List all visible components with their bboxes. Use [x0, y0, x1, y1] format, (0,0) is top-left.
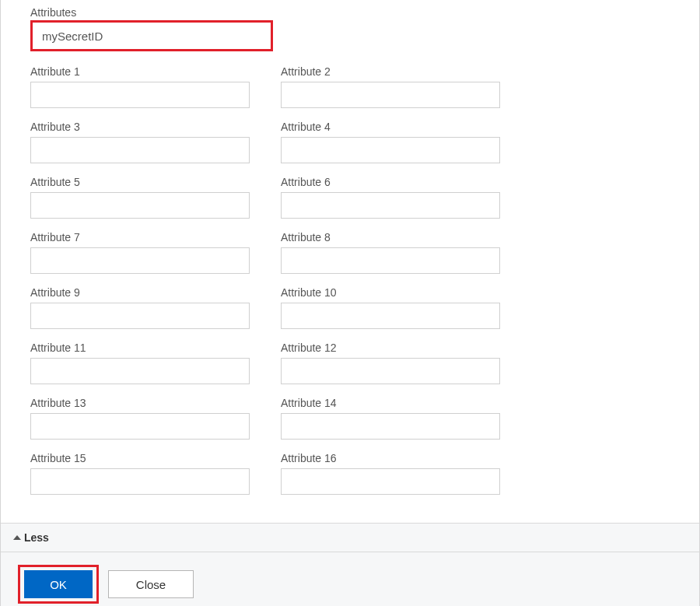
attribute-field: Attribute 3 [30, 121, 250, 163]
attribute-input[interactable] [281, 303, 500, 329]
attribute-field: Attribute 1 [30, 65, 250, 108]
attribute-row: Attribute 7Attribute 8 [30, 231, 670, 274]
attributes-body: Attributes Attribute 1Attribute 2Attribu… [1, 0, 699, 523]
attribute-row: Attribute 13Attribute 14 [30, 397, 670, 440]
attribute-row: Attribute 9Attribute 10 [30, 286, 670, 329]
attribute-label: Attribute 4 [281, 121, 500, 133]
attribute-input[interactable] [281, 247, 500, 274]
attribute-label: Attribute 11 [30, 342, 250, 354]
attribute-input[interactable] [30, 413, 250, 440]
caret-up-icon [13, 535, 21, 540]
attribute-row: Attribute 5Attribute 6 [30, 176, 670, 219]
attribute-input[interactable] [30, 247, 250, 274]
attribute-label: Attribute 10 [281, 286, 500, 299]
attribute-label: Attribute 1 [30, 65, 250, 78]
attribute-input[interactable] [281, 82, 500, 108]
attribute-row: Attribute 15Attribute 16 [30, 452, 670, 495]
attribute-input[interactable] [281, 468, 500, 495]
attribute-input[interactable] [30, 358, 250, 384]
close-button[interactable]: Close [108, 570, 194, 598]
attribute-field: Attribute 12 [281, 342, 500, 384]
attribute-input[interactable] [30, 303, 250, 329]
attribute-input[interactable] [281, 192, 500, 219]
attribute-label: Attribute 3 [30, 121, 250, 133]
attribute-label: Attribute 15 [30, 452, 250, 464]
attribute-label: Attribute 8 [281, 231, 500, 243]
attribute-label: Attribute 2 [281, 65, 500, 78]
attribute-field: Attribute 16 [281, 452, 500, 495]
collapse-toggle[interactable]: Less [1, 523, 699, 552]
ok-button-highlight: OK [18, 565, 99, 604]
attribute-label: Attribute 14 [281, 397, 500, 409]
attribute-field: Attribute 2 [281, 65, 500, 108]
attribute-field: Attribute 8 [281, 231, 500, 274]
attribute-field: Attribute 5 [30, 176, 250, 219]
attribute-row: Attribute 1Attribute 2 [30, 65, 670, 108]
attribute-field: Attribute 14 [281, 397, 500, 440]
primary-attribute-highlight [30, 20, 273, 51]
attribute-label: Attribute 6 [281, 176, 500, 188]
attribute-input[interactable] [30, 82, 250, 108]
attribute-field: Attribute 15 [30, 452, 250, 495]
section-title: Attributes [30, 6, 670, 19]
attributes-panel: Attributes Attribute 1Attribute 2Attribu… [0, 0, 700, 606]
attribute-field: Attribute 6 [281, 176, 500, 219]
attribute-field: Attribute 4 [281, 121, 500, 163]
attribute-label: Attribute 12 [281, 342, 500, 354]
attribute-input[interactable] [281, 137, 500, 163]
collapse-label: Less [24, 531, 49, 544]
attribute-input[interactable] [30, 137, 250, 163]
attribute-input[interactable] [30, 192, 250, 219]
attribute-label: Attribute 16 [281, 452, 500, 464]
attribute-grid: Attribute 1Attribute 2Attribute 3Attribu… [30, 65, 670, 495]
button-bar: OK Close [1, 552, 699, 606]
attribute-label: Attribute 5 [30, 176, 250, 188]
attribute-field: Attribute 9 [30, 286, 250, 329]
attribute-label: Attribute 13 [30, 397, 250, 409]
attribute-label: Attribute 9 [30, 286, 250, 299]
attribute-label: Attribute 7 [30, 231, 250, 243]
attribute-field: Attribute 7 [30, 231, 250, 274]
primary-attribute-input[interactable] [33, 23, 271, 49]
ok-button[interactable]: OK [24, 570, 93, 598]
attribute-row: Attribute 11Attribute 12 [30, 342, 670, 384]
attribute-input[interactable] [281, 358, 500, 384]
attribute-input[interactable] [30, 468, 250, 495]
attribute-field: Attribute 13 [30, 397, 250, 440]
attribute-input[interactable] [281, 413, 500, 440]
attribute-row: Attribute 3Attribute 4 [30, 121, 670, 163]
attribute-field: Attribute 11 [30, 342, 250, 384]
attribute-field: Attribute 10 [281, 286, 500, 329]
